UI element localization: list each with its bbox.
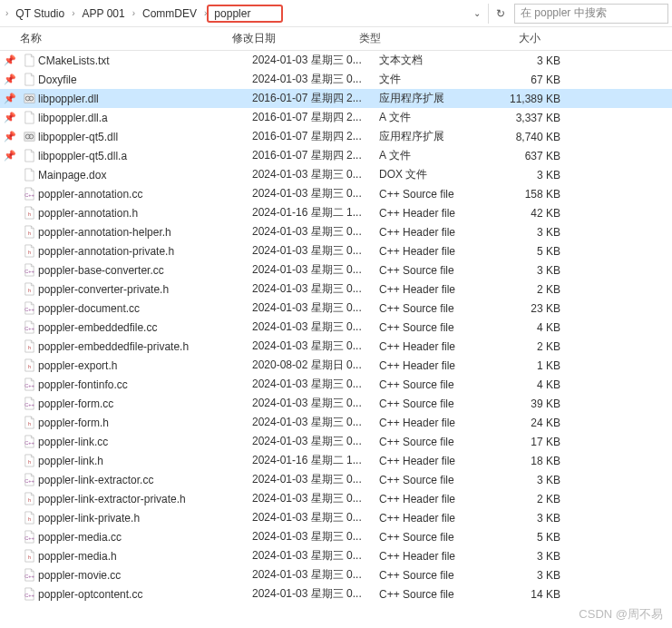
file-row[interactable]: C++poppler-link-extractor.cc2024-01-03 星… — [0, 470, 672, 489]
search-input[interactable]: 在 poppler 中搜索 — [514, 4, 668, 24]
file-row[interactable]: 📌libpoppler.dll2016-01-07 星期四 2...应用程序扩展… — [0, 89, 672, 108]
file-row[interactable]: Mainpage.dox2024-01-03 星期三 0...DOX 文件3 K… — [0, 165, 672, 184]
svg-text:C++: C++ — [24, 269, 34, 274]
file-type: C++ Header file — [379, 493, 495, 505]
file-size: 18 KB — [495, 455, 577, 467]
pin-icon: 📌 — [0, 131, 20, 142]
svg-text:h: h — [27, 497, 30, 503]
file-type-icon — [20, 73, 38, 86]
file-row[interactable]: hpoppler-annotation-private.h2024-01-03 … — [0, 241, 672, 260]
file-row[interactable]: hpoppler-link.h2024-01-16 星期二 1...C++ He… — [0, 451, 672, 470]
file-row[interactable]: 📌Doxyfile2024-01-03 星期三 0...文件67 KB — [0, 70, 672, 89]
svg-text:C++: C++ — [24, 383, 34, 388]
svg-text:C++: C++ — [24, 574, 34, 579]
svg-text:h: h — [27, 250, 30, 255]
header-type[interactable]: 类型 — [359, 31, 475, 46]
file-type: C++ Header file — [379, 417, 495, 429]
file-row[interactable]: hpoppler-annotation.h2024-01-16 星期二 1...… — [0, 203, 672, 222]
pin-icon: 📌 — [0, 150, 20, 162]
file-type: C++ Source file — [379, 588, 495, 601]
file-row[interactable]: hpoppler-link-extractor-private.h2024-01… — [0, 489, 672, 508]
file-row[interactable]: C++poppler-fontinfo.cc2024-01-03 星期三 0..… — [0, 375, 672, 394]
crumb-0[interactable]: QT Studio — [10, 5, 70, 22]
file-type-icon: C++ — [20, 435, 38, 448]
file-type: 文本文档 — [379, 53, 495, 68]
svg-text:h: h — [27, 516, 30, 522]
svg-text:C++: C++ — [24, 593, 34, 598]
file-type-icon: h — [20, 511, 38, 525]
file-row[interactable]: hpoppler-link-private.h2024-01-03 星期三 0.… — [0, 508, 672, 527]
file-size: 3 KB — [495, 226, 577, 239]
chevron-down-icon[interactable]: ⌄ — [466, 8, 488, 18]
crumb-1[interactable]: APP 001 — [77, 5, 131, 22]
pin-icon: 📌 — [0, 93, 20, 104]
file-size: 3 KB — [495, 474, 577, 486]
file-row[interactable]: hpoppler-embeddedfile-private.h2024-01-0… — [0, 337, 672, 356]
file-date: 2024-01-03 星期三 0... — [252, 243, 379, 259]
file-row[interactable]: C++poppler-optcontent.cc2024-01-03 星期三 0… — [0, 584, 672, 603]
file-size: 3,337 KB — [495, 112, 577, 124]
file-row[interactable]: 📌libpoppler-qt5.dll2016-01-07 星期四 2...应用… — [0, 127, 672, 146]
svg-text:C++: C++ — [24, 402, 34, 407]
file-name: poppler-media.h — [38, 550, 252, 563]
file-row[interactable]: 📌libpoppler.dll.a2016-01-07 星期四 2...A 文件… — [0, 108, 672, 127]
chevron-right-icon[interactable]: › — [70, 8, 76, 18]
file-type-icon: h — [20, 339, 38, 353]
file-name: poppler-annotation.cc — [38, 188, 252, 201]
file-type-icon: h — [20, 282, 38, 296]
pin-icon: 📌 — [0, 112, 20, 123]
file-type: C++ Header file — [379, 226, 495, 239]
file-row[interactable]: 📌CMakeLists.txt2024-01-03 星期三 0...文本文档3 … — [0, 51, 672, 70]
file-date: 2024-01-03 星期三 0... — [252, 53, 379, 68]
file-date: 2024-01-03 星期三 0... — [252, 510, 379, 525]
file-row[interactable]: 📌libpoppler-qt5.dll.a2016-01-07 星期四 2...… — [0, 146, 672, 165]
file-date: 2024-01-03 星期三 0... — [252, 377, 379, 392]
file-row[interactable]: C++poppler-media.cc2024-01-03 星期三 0...C+… — [0, 527, 672, 546]
file-row[interactable]: hpoppler-annotation-helper.h2024-01-03 星… — [0, 222, 672, 241]
file-name: Doxyfile — [38, 74, 252, 86]
file-row[interactable]: C++poppler-document.cc2024-01-03 星期三 0..… — [0, 299, 672, 318]
watermark: CSDN @周不易 — [579, 606, 663, 623]
header-size[interactable]: 大小 — [475, 31, 557, 46]
file-date: 2024-01-03 星期三 0... — [252, 339, 379, 354]
file-name: poppler-annotation-private.h — [38, 245, 252, 258]
file-row[interactable]: hpoppler-media.h2024-01-03 星期三 0...C++ H… — [0, 546, 672, 565]
file-list[interactable]: 📌CMakeLists.txt2024-01-03 星期三 0...文本文档3 … — [0, 51, 672, 628]
file-row[interactable]: C++poppler-annotation.cc2024-01-03 星期三 0… — [0, 184, 672, 203]
file-size: 3 KB — [495, 550, 577, 563]
breadcrumb[interactable]: › QT Studio › APP 001 › CommDEV › popple… — [4, 5, 283, 23]
file-row[interactable]: hpoppler-form.h2024-01-03 星期三 0...C++ He… — [0, 413, 672, 432]
chevron-right-icon[interactable]: › — [4, 8, 10, 18]
header-name[interactable]: 名称 — [0, 31, 232, 46]
file-date: 2024-01-03 星期三 0... — [252, 186, 379, 201]
file-type: 应用程序扩展 — [379, 129, 495, 144]
file-row[interactable]: hpoppler-converter-private.h2024-01-03 星… — [0, 280, 672, 299]
svg-text:h: h — [27, 211, 30, 217]
file-name: poppler-form.cc — [38, 397, 252, 410]
file-row[interactable]: C++poppler-form.cc2024-01-03 星期三 0...C++… — [0, 394, 672, 413]
file-row[interactable]: C++poppler-movie.cc2024-01-03 星期三 0...C+… — [0, 565, 672, 584]
file-row[interactable]: C++poppler-embeddedfile.cc2024-01-03 星期三… — [0, 318, 672, 337]
file-type: C++ Source file — [379, 321, 495, 334]
file-type: C++ Source file — [379, 436, 495, 448]
file-date: 2024-01-03 星期三 0... — [252, 567, 379, 583]
file-row[interactable]: C++poppler-base-converter.cc2024-01-03 星… — [0, 260, 672, 280]
file-type-icon — [20, 168, 38, 182]
chevron-right-icon[interactable]: › — [131, 8, 137, 18]
refresh-button[interactable]: ↻ — [488, 4, 512, 24]
crumb-2[interactable]: CommDEV — [137, 5, 202, 22]
file-date: 2024-01-03 星期三 0... — [252, 300, 379, 316]
file-row[interactable]: C++poppler-link.cc2024-01-03 星期三 0...C++… — [0, 432, 672, 451]
file-size: 39 KB — [495, 397, 577, 410]
header-date[interactable]: 修改日期 — [232, 31, 359, 46]
file-name: libpoppler-qt5.dll — [38, 131, 252, 143]
file-size: 3 KB — [495, 169, 577, 182]
file-size: 17 KB — [495, 436, 577, 448]
crumb-current[interactable]: poppler — [207, 5, 283, 23]
file-row[interactable]: hpoppler-export.h2020-08-02 星期日 0...C++ … — [0, 356, 672, 375]
file-type-icon: C++ — [20, 397, 38, 410]
file-date: 2016-01-07 星期四 2... — [252, 91, 379, 106]
svg-text:h: h — [27, 345, 30, 350]
file-date: 2024-01-03 星期三 0... — [252, 281, 379, 297]
file-type-icon: h — [20, 492, 38, 505]
